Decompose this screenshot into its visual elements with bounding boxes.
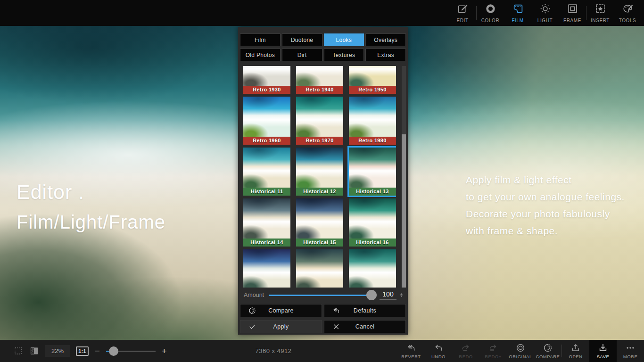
zoom-in-button[interactable]: + [162,346,167,355]
filter-partial[interactable] [349,249,396,288]
filter-name-label: Retro 1940 [296,86,343,94]
top-nav-label: COLOR [481,18,500,23]
filter-name-label: Retro 1950 [349,86,396,94]
photo-description-overlay: Apply film & light effect to get your ow… [466,175,625,243]
panel-scrollbar[interactable] [402,66,406,288]
bottom-toolbar-label: SAVE [597,354,610,359]
filter-preview-image [349,66,396,86]
bottom-toolbar-label: ORIGINAL [509,354,532,359]
amount-value: 100 [380,290,396,300]
open-button[interactable]: OPEN [562,340,589,362]
filter-preview-image [349,148,396,188]
filter-retro-1960[interactable]: Retro 1960 [243,97,290,145]
filter-historical-15[interactable]: Historical 15 [296,198,343,247]
check-icon [248,322,256,331]
filter-name-label: Historical 15 [296,239,343,247]
redo-plus-icon [488,343,498,353]
filter-historical-12[interactable]: Historical 12 [296,148,343,196]
amount-stepper[interactable] [399,291,404,299]
split-view-icon[interactable] [29,346,39,356]
crop-marquee-icon[interactable] [13,346,23,356]
filter-preview-image [296,249,343,288]
compare-button[interactable]: Compare [240,304,322,317]
bottom-toolbar-label: REVERT [401,354,421,359]
canvas-zoom-slider[interactable] [106,346,156,356]
top-nav-frame[interactable]: FRAME [559,0,586,26]
top-nav-color[interactable]: COLOR [477,0,504,26]
defaults-button[interactable]: Defaults [324,304,406,317]
zoom-slider-thumb[interactable] [109,346,118,356]
filter-partial[interactable] [243,249,290,288]
original-button[interactable]: ORIGINAL [507,340,534,362]
top-nav-light[interactable]: LIGHT [531,0,559,26]
undo-button[interactable]: UNDO [425,340,452,362]
amount-slider-thumb[interactable] [366,290,377,300]
top-nav-insert[interactable]: INSERT [586,0,614,26]
top-toolbar: EDIT COLOR FILM LIGHT FRAME INSERT TOOLS [0,0,644,26]
color-icon [485,3,496,16]
photo-description-line: Apply film & light effect [466,175,625,185]
cancel-button[interactable]: Cancel [324,320,406,333]
tools-icon [622,3,634,16]
bottom-toolbar: 22% 1:1 − + 7360 x 4912 REVERT UNDO REDO… [0,340,644,362]
zoom-out-button[interactable]: − [95,346,100,355]
filter-preview-image [296,66,343,86]
filter-retro-1930[interactable]: Retro 1930 [243,66,290,94]
film-icon [512,3,524,16]
tab-duotone[interactable]: Duotone [282,33,322,46]
amount-slider[interactable] [269,290,376,300]
filter-retro-1980[interactable]: Retro 1980 [349,97,396,145]
panel-scrollbar-thumb[interactable] [402,134,406,288]
tab-dirt[interactable]: Dirt [282,49,322,61]
panel-action-buttons: Compare Defaults Apply Cancel [240,304,406,333]
tab-textures[interactable]: Textures [324,49,364,61]
apply-button[interactable]: Apply [240,320,322,333]
amount-row: Amount 100 [244,289,404,301]
filter-preview-image [349,198,396,239]
filter-historical-13[interactable]: Historical 13 [349,148,396,196]
top-nav-film[interactable]: FILM [504,0,531,26]
top-nav-label: LIGHT [537,18,553,23]
filter-historical-11[interactable]: Historical 11 [243,148,290,196]
tab-looks[interactable]: Looks [324,33,364,46]
bottom-toolbar-label: UNDO [431,354,446,359]
revert-button[interactable]: REVERT [397,340,425,362]
top-nav-edit[interactable]: EDIT [449,0,476,26]
filter-name-label: Retro 1970 [296,137,343,145]
top-nav-label: EDIT [456,18,468,23]
filter-retro-1970[interactable]: Retro 1970 [296,97,343,145]
top-nav-tools[interactable]: TOOLS [614,0,641,26]
edit-icon [457,3,469,16]
amount-slider-track[interactable] [269,295,376,296]
light-icon [539,3,551,16]
more-button[interactable]: MORE [617,340,644,362]
tab-overlays[interactable]: Overlays [365,33,406,46]
filter-partial[interactable] [296,249,343,288]
filter-name-label: Historical 16 [349,239,396,247]
actual-size-button[interactable]: 1:1 [76,346,89,356]
filter-retro-1940[interactable]: Retro 1940 [296,66,343,94]
bottom-toolbar-label: OPEN [569,354,583,359]
filter-preview-image [349,97,396,137]
filter-historical-14[interactable]: Historical 14 [243,198,290,247]
tab-film[interactable]: Film [240,33,281,46]
image-dimensions: 7360 x 4912 [236,340,311,362]
filter-retro-1950[interactable]: Retro 1950 [349,66,396,94]
redo-plus-button: REDO+ [479,340,507,362]
photo-title-line2: Film/Light/Frame [17,212,165,233]
tab-old-photos[interactable]: Old Photos [240,49,281,61]
zoom-level-display: 22% [45,345,70,357]
photo-title-line1: Editor . [17,181,165,204]
compare-icon [543,343,553,353]
filter-historical-16[interactable]: Historical 16 [349,198,396,247]
photo-description-line: with frame & shape. [466,226,625,236]
filter-preview-image [296,198,343,239]
redo-button: REDO [452,340,479,362]
filter-name-label: Historical 13 [349,188,396,196]
open-icon [570,343,581,353]
tab-extras[interactable]: Extras [365,49,406,61]
button-label: Compare [268,307,294,314]
compare-button[interactable]: COMPARE [534,340,561,362]
save-button[interactable]: SAVE [589,340,617,362]
filter-name-label: Historical 14 [243,239,290,247]
